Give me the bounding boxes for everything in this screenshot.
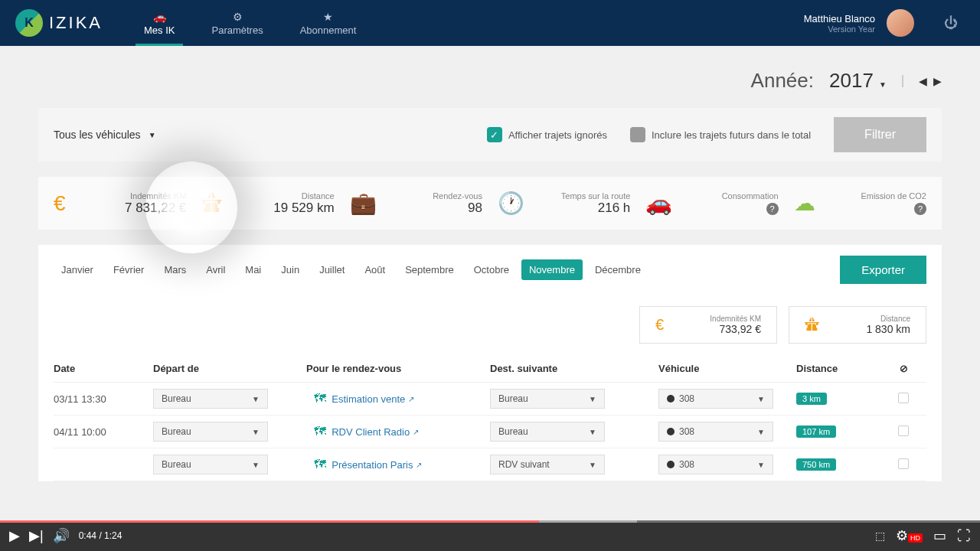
cell-distance: 107 km xyxy=(796,425,888,438)
cell-vehicle: 308▼ xyxy=(658,455,796,474)
dest-select[interactable]: Bureau▼ xyxy=(490,389,605,409)
year-next-button[interactable]: ▶ xyxy=(933,75,942,87)
nav-mes-ik[interactable]: 🚗 Mes IK xyxy=(126,0,193,46)
power-button[interactable]: ⏻ xyxy=(937,9,965,37)
avatar[interactable] xyxy=(887,9,914,37)
nav-abonnement[interactable]: ★ Abonnement xyxy=(282,0,375,46)
map-icon[interactable]: 🗺 xyxy=(314,425,326,439)
stat-value: 1 830 km xyxy=(866,323,910,335)
stat-label: Indemnités KM xyxy=(130,191,186,201)
month-avril[interactable]: Avril xyxy=(198,259,233,280)
stat-card: € Indemnités KM 7 831,22 € xyxy=(46,191,194,216)
stat-card: 🕐 Temps sur la route 216 h xyxy=(490,191,638,216)
row-checkbox[interactable] xyxy=(898,393,909,403)
video-time: 0:44 / 1:24 xyxy=(79,530,122,541)
stat-label: Temps sur la route xyxy=(561,191,630,201)
month-octobre[interactable]: Octobre xyxy=(466,259,517,280)
settings-button[interactable]: ⚙HD xyxy=(896,527,923,544)
vehicle-select[interactable]: 308▼ xyxy=(658,455,773,474)
stat-label: Indemnités KM xyxy=(710,315,761,323)
cell-rdv: 🗺 Estimation vente ↗ xyxy=(306,392,490,406)
month-juillet[interactable]: Juillet xyxy=(312,259,352,280)
stat-icon: 🕐 xyxy=(498,191,524,216)
stat-card: ☁ Emission de CO2 ? xyxy=(786,191,934,216)
nav-label: Abonnement xyxy=(300,24,357,36)
stat-card: 💼 Rendez-vous 98 xyxy=(342,191,490,216)
next-button[interactable]: ▶| xyxy=(29,527,44,544)
checkbox-checked-icon: ✓ xyxy=(487,127,502,142)
export-button[interactable]: Exporter xyxy=(840,256,926,284)
sub-stat: 🛣 Distance 1 830 km xyxy=(789,306,926,344)
miniplayer-button[interactable]: ▭ xyxy=(933,527,946,544)
color-dot-icon xyxy=(667,461,675,468)
logo-icon: K xyxy=(15,9,43,37)
sub-stat: € Indemnités KM 733,92 € xyxy=(639,306,777,344)
progress-bar[interactable] xyxy=(0,520,980,523)
depart-select[interactable]: Bureau▼ xyxy=(153,455,268,474)
nav-label: Mes IK xyxy=(144,24,175,36)
year-dropdown[interactable]: 2017 ▼ xyxy=(829,69,887,93)
filter-button[interactable]: Filtrer xyxy=(834,117,926,152)
stat-value: 7 831,22 € xyxy=(125,201,186,216)
map-icon[interactable]: 🗺 xyxy=(314,458,326,471)
month-janvier[interactable]: Janvier xyxy=(54,259,101,280)
row-checkbox[interactable] xyxy=(898,458,909,469)
stat-label: Distance xyxy=(302,191,335,201)
month-juin[interactable]: Juin xyxy=(273,259,307,280)
cell-date: 03/11 13:30 xyxy=(54,393,153,405)
stat-value: 216 h xyxy=(598,201,631,216)
cell-depart: Bureau▼ xyxy=(153,389,306,409)
month-décembre[interactable]: Décembre xyxy=(587,259,648,280)
logo[interactable]: K IZIKA xyxy=(15,9,103,37)
fullscreen-button[interactable]: ⛶ xyxy=(957,528,971,544)
month-mai[interactable]: Mai xyxy=(237,259,269,280)
rdv-link[interactable]: Présentation Paris ↗ xyxy=(332,459,422,471)
stat-value: ? xyxy=(763,201,779,216)
month-novembre[interactable]: Novembre xyxy=(521,259,583,280)
map-icon[interactable]: 🗺 xyxy=(314,392,326,406)
volume-button[interactable]: 🔊 xyxy=(53,527,70,544)
vehicle-select[interactable]: 308▼ xyxy=(658,389,773,409)
subtitles-button[interactable]: ⬚ xyxy=(875,530,885,542)
year-label: Année: xyxy=(751,69,814,93)
help-icon[interactable]: ? xyxy=(766,203,779,215)
dest-select[interactable]: RDV suivant▼ xyxy=(490,455,605,474)
month-mars[interactable]: Mars xyxy=(156,259,194,280)
table-row: 03/11 13:30 Bureau▼ 🗺 Estimation vente ↗… xyxy=(54,383,926,416)
row-checkbox[interactable] xyxy=(898,425,909,436)
depart-select[interactable]: Bureau▼ xyxy=(153,422,268,442)
depart-select[interactable]: Bureau▼ xyxy=(153,389,268,409)
vehicles-label: Tous les véhicules xyxy=(54,129,141,141)
user-info[interactable]: Matthieu Blanco Version Year xyxy=(804,13,875,34)
vehicle-select[interactable]: 308▼ xyxy=(658,422,773,442)
checkbox-unchecked-icon xyxy=(630,127,645,142)
nav-parametres[interactable]: ⚙ Paramètres xyxy=(193,0,281,46)
rdv-link[interactable]: RDV Client Radio ↗ xyxy=(332,426,419,438)
show-ignored-checkbox[interactable]: ✓ Afficher trajets ignorés xyxy=(487,127,607,142)
stat-label: Consommation xyxy=(722,191,779,201)
stat-label: Rendez-vous xyxy=(433,191,482,201)
include-future-checkbox[interactable]: Inclure les trajets futurs dans le total xyxy=(630,127,811,142)
play-button[interactable]: ▶ xyxy=(9,527,20,544)
vehicles-dropdown[interactable]: Tous les véhicules ▼ xyxy=(54,129,156,141)
cell-dest: Bureau▼ xyxy=(490,422,658,442)
th-disable: ⊘ xyxy=(888,363,919,374)
cell-checkbox xyxy=(888,393,919,406)
year-prev-button[interactable]: ◀ xyxy=(919,75,927,87)
month-février[interactable]: Février xyxy=(106,259,152,280)
stat-label: Distance xyxy=(866,315,910,323)
star-icon: ★ xyxy=(323,11,333,23)
cell-vehicle: 308▼ xyxy=(658,422,796,442)
cell-rdv: 🗺 Présentation Paris ↗ xyxy=(306,458,490,471)
month-août[interactable]: Août xyxy=(357,259,393,280)
cell-dest: Bureau▼ xyxy=(490,389,658,409)
dest-select[interactable]: Bureau▼ xyxy=(490,422,605,442)
month-septembre[interactable]: Septembre xyxy=(397,259,462,280)
gear-icon: ⚙ xyxy=(233,11,243,23)
external-link-icon: ↗ xyxy=(413,428,419,436)
help-icon[interactable]: ? xyxy=(914,203,926,215)
rdv-link[interactable]: Estimation vente ↗ xyxy=(332,393,414,405)
cell-depart: Bureau▼ xyxy=(153,422,306,442)
th-distance: Distance xyxy=(796,363,888,374)
car-icon: 🚗 xyxy=(153,11,166,23)
